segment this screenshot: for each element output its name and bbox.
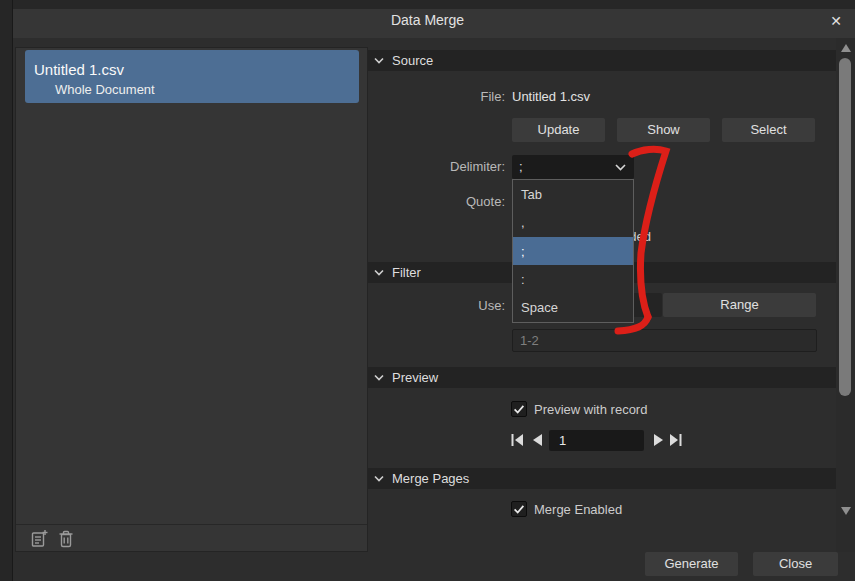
chevron-down-icon — [615, 163, 626, 171]
next-record-icon[interactable] — [650, 432, 667, 448]
generate-button[interactable]: Generate — [645, 552, 738, 576]
chevron-down-icon — [374, 374, 384, 381]
delimiter-dropdown[interactable]: ; — [512, 155, 634, 179]
delimiter-label: Delimiter: — [380, 159, 505, 175]
section-title: Filter — [392, 265, 421, 280]
left-edge-panel — [0, 0, 13, 581]
check-icon — [512, 502, 526, 516]
merge-enabled-label: Merge Enabled — [534, 502, 622, 517]
dropdown-option-space[interactable]: Space — [513, 294, 633, 322]
record-number-input[interactable] — [549, 430, 644, 451]
update-button[interactable]: Update — [512, 118, 605, 142]
scroll-down-icon[interactable] — [841, 507, 851, 515]
source-item-scope: Whole Document — [55, 82, 155, 97]
titlebar[interactable]: Data Merge ✕ — [0, 9, 855, 38]
file-value: Untitled 1.csv — [512, 89, 590, 105]
section-title: Preview — [392, 370, 438, 385]
last-record-icon[interactable] — [667, 432, 684, 448]
section-title: Merge Pages — [392, 471, 469, 486]
scrollbar[interactable] — [836, 38, 855, 552]
scrollbar-thumb[interactable] — [839, 58, 851, 396]
dropdown-option-semicolon[interactable]: ; — [513, 237, 633, 265]
range-input[interactable] — [512, 329, 817, 352]
source-list-item[interactable]: Untitled 1.csv Whole Document — [25, 50, 359, 103]
titlebar-top-strip — [0, 0, 855, 9]
use-all-button[interactable] — [632, 293, 662, 317]
dialog-title: Data Merge — [0, 12, 855, 28]
source-item-title: Untitled 1.csv — [34, 61, 124, 78]
first-record-icon[interactable] — [509, 432, 526, 448]
dropdown-option-comma[interactable]: , — [513, 208, 633, 236]
delete-data-source-icon[interactable] — [57, 529, 76, 548]
sources-toolbar — [16, 524, 367, 551]
select-button[interactable]: Select — [722, 118, 815, 142]
chevron-down-icon — [374, 475, 384, 482]
section-header-source[interactable]: Source — [368, 50, 836, 71]
chevron-down-icon — [374, 269, 384, 276]
section-title: Source — [392, 53, 433, 68]
check-icon — [512, 402, 526, 416]
data-merge-dialog: Data Merge ✕ Untitled 1.csv Whole Docume… — [0, 0, 855, 581]
use-range-button[interactable]: Range — [663, 293, 816, 317]
quote-label: Quote: — [380, 194, 505, 210]
delimiter-dropdown-list: Tab , ; : Space — [512, 179, 634, 323]
dropdown-option-tab[interactable]: Tab — [513, 180, 633, 208]
section-header-merge-pages[interactable]: Merge Pages — [368, 468, 836, 489]
merge-enabled-checkbox[interactable] — [511, 501, 527, 517]
delimiter-current-value: ; — [519, 159, 523, 174]
preview-with-record-checkbox[interactable] — [511, 401, 527, 417]
section-header-preview[interactable]: Preview — [368, 367, 836, 388]
close-icon[interactable]: ✕ — [825, 10, 847, 32]
chevron-down-icon — [374, 57, 384, 64]
scroll-up-icon[interactable] — [841, 44, 851, 52]
show-button[interactable]: Show — [617, 118, 710, 142]
close-button[interactable]: Close — [753, 552, 838, 576]
add-data-source-icon[interactable] — [30, 529, 49, 548]
preview-with-record-label: Preview with record — [534, 402, 647, 417]
dropdown-option-colon[interactable]: : — [513, 265, 633, 293]
previous-record-icon[interactable] — [528, 432, 545, 448]
file-label: File: — [380, 89, 505, 105]
use-label: Use: — [380, 298, 505, 314]
sources-list-panel: Untitled 1.csv Whole Document — [15, 47, 368, 552]
